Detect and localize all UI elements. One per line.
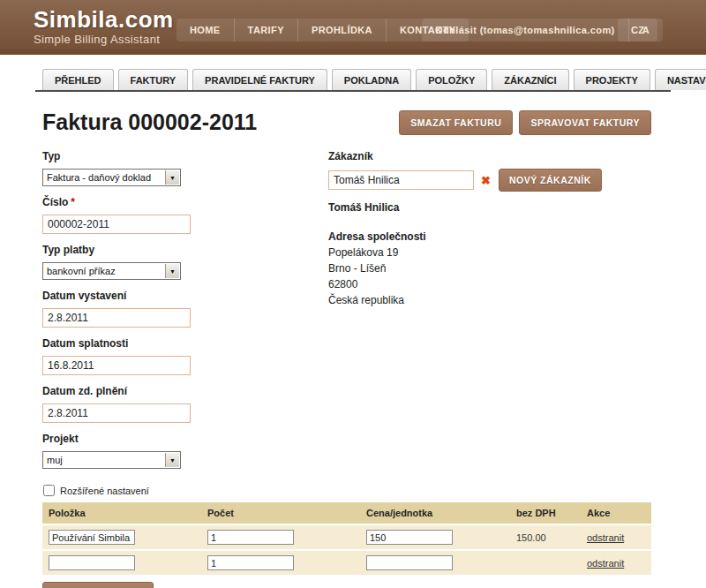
field-projekt: Projekt muj ▼ [42, 433, 328, 469]
tab-bar: PŘEHLED FAKTURY PRAVIDELNÉ FAKTURY POKLA… [35, 69, 671, 92]
language-switch: CZ [618, 19, 657, 41]
datum-vystaveni-label: Datum vystavení [42, 290, 328, 302]
cell-akce: odstranit [581, 550, 651, 575]
field-typ-platby: Typ platby bankovní příkaz ▼ [42, 244, 328, 280]
address-line: 62800 [328, 278, 651, 290]
tab-nastaveni[interactable]: NASTAVENÍ [655, 69, 706, 90]
title-row: Faktura 000002-2011 SMAZAT FAKTURU SPRAV… [42, 109, 651, 135]
cislo-input[interactable] [42, 215, 191, 234]
cislo-label: Číslo* [42, 196, 328, 208]
nav-home[interactable]: HOME [176, 19, 235, 41]
page-title: Faktura 000002-2011 [42, 109, 257, 135]
advanced-settings-row: Rozšířené nastavení [42, 485, 328, 496]
app-header: Simbila.com Simple Billing Assistant HOM… [0, 0, 706, 55]
zakaznik-label: Zákazník [328, 150, 651, 162]
field-cislo: Číslo* [42, 196, 328, 234]
field-typ: Typ Faktura - daňový doklad ▼ [42, 150, 328, 186]
advanced-settings-checkbox[interactable] [43, 485, 55, 496]
nav-tarify[interactable]: TARIFY [235, 19, 298, 41]
logout-link[interactable]: Odhlásit (tomas@tomashnilica.com) [422, 19, 629, 41]
logo-title: Simbila.com [34, 7, 174, 32]
cell-bez-dph [510, 550, 581, 575]
table-header-row: Položka Počet Cena/jednotka bez DPH Akce [42, 502, 651, 524]
tab-pokladna[interactable]: POKLADNA [332, 69, 411, 90]
datum-splatnosti-input[interactable] [42, 356, 191, 375]
tab-projekty[interactable]: PROJEKTY [574, 69, 650, 90]
item-quantity-input[interactable] [207, 555, 294, 570]
cislo-label-text: Číslo [42, 196, 68, 208]
cell-pocet [201, 550, 360, 575]
logo-subtitle: Simple Billing Assistant [34, 33, 174, 46]
header-akce: Akce [581, 502, 651, 524]
invoice-fields-column: Typ Faktura - daňový doklad ▼ Číslo* Typ… [42, 140, 328, 496]
item-price-input[interactable] [366, 530, 453, 545]
logo[interactable]: Simbila.com Simple Billing Assistant [34, 7, 174, 46]
tab-faktury[interactable]: FAKTURY [118, 69, 189, 90]
nav-prohlidka[interactable]: PROHLÍDKA [298, 19, 387, 41]
field-datum-splatnosti: Datum splatnosti [42, 337, 328, 375]
delete-invoice-button[interactable]: SMAZAT FAKTURU [399, 110, 513, 135]
cell-bez-dph: 150.00 [510, 524, 581, 550]
address-line: Brno - Líšeň [328, 262, 651, 275]
cell-polozka [42, 550, 201, 575]
typ-platby-select-value: bankovní příkaz [47, 266, 116, 276]
lang-cz-button[interactable]: CZ [618, 19, 657, 41]
datum-zd-plneni-label: Datum zd. plnění [42, 385, 328, 397]
remove-item-link[interactable]: odstranit [587, 532, 624, 543]
cell-cena [360, 524, 510, 550]
chevron-down-icon: ▼ [165, 453, 179, 467]
datum-zd-plneni-input[interactable] [42, 403, 191, 423]
typ-select-value: Faktura - daňový doklad [47, 172, 151, 183]
projekt-select-value: muj [47, 455, 63, 465]
cell-polozka [42, 524, 201, 550]
manage-invoices-button[interactable]: SPRAVOVAT FAKTURY [519, 110, 651, 135]
chevron-down-icon: ▼ [165, 170, 179, 185]
cell-akce: odstranit [581, 524, 651, 550]
item-name-input[interactable] [49, 555, 135, 570]
customer-row: ✖ NOVÝ ZÁKAZNÍK [328, 169, 651, 192]
header-polozka: Položka [42, 502, 201, 524]
field-datum-zd-plneni: Datum zd. plnění [42, 385, 328, 423]
item-price-input[interactable] [366, 555, 453, 570]
advanced-settings-label: Rozšířené nastavení [60, 486, 149, 496]
item-quantity-input[interactable] [207, 530, 294, 545]
add-item-button[interactable]: PŘIDAT POLOŽKU [42, 582, 154, 588]
table-actions: PŘIDAT POLOŽKU Zaoukrouhlení: 0.00 Celke… [42, 582, 651, 588]
item-name-input[interactable] [49, 530, 135, 545]
datum-vystaveni-input[interactable] [42, 308, 191, 328]
tab-zakaznici[interactable]: ZÁKAZNÍCI [492, 69, 568, 90]
address-line: Popelákova 19 [328, 246, 651, 259]
cell-cena [360, 550, 510, 575]
projekt-select[interactable]: muj ▼ [42, 451, 181, 469]
typ-select[interactable]: Faktura - daňový doklad ▼ [42, 169, 181, 186]
tab-pravidelne-faktury[interactable]: PRAVIDELNÉ FAKTURY [192, 69, 327, 90]
datum-splatnosti-label: Datum splatnosti [42, 337, 328, 350]
tab-prehled[interactable]: PŘEHLED [42, 69, 114, 90]
header-cena-jednotka: Cena/jednotka [360, 502, 510, 524]
table-row: 150.00 odstranit [42, 524, 651, 550]
invoice-page: Faktura 000002-2011 SMAZAT FAKTURU SPRAV… [42, 109, 651, 588]
chevron-down-icon: ▼ [165, 264, 179, 278]
title-buttons: SMAZAT FAKTURU SPRAVOVAT FAKTURY [399, 110, 651, 135]
invoice-form: Typ Faktura - daňový doklad ▼ Číslo* Typ… [42, 140, 651, 496]
field-zakaznik: Zákazník ✖ NOVÝ ZÁKAZNÍK [328, 150, 651, 192]
header-bez-dph: bez DPH [510, 502, 581, 524]
zakaznik-input[interactable] [328, 170, 474, 190]
field-datum-vystaveni: Datum vystavení [42, 290, 328, 328]
typ-platby-select[interactable]: bankovní příkaz ▼ [42, 262, 181, 280]
projekt-label: Projekt [42, 433, 328, 445]
cell-pocet [201, 524, 360, 550]
typ-label: Typ [42, 150, 328, 162]
header-pocet: Počet [201, 502, 360, 524]
new-customer-button[interactable]: NOVÝ ZÁKAZNÍK [499, 169, 602, 192]
address-line: Česká republika [328, 294, 651, 306]
remove-item-link[interactable]: odstranit [587, 558, 624, 569]
typ-platby-label: Typ platby [42, 244, 328, 256]
table-row: odstranit [42, 550, 651, 575]
customer-name: Tomáš Hnilica [328, 201, 651, 214]
remove-customer-icon[interactable]: ✖ [481, 174, 491, 187]
customer-column: Zákazník ✖ NOVÝ ZÁKAZNÍK Tomáš Hnilica A… [328, 140, 651, 496]
tab-polozky[interactable]: POLOŽKY [416, 69, 487, 90]
invoice-items-table: Položka Počet Cena/jednotka bez DPH Akce… [42, 502, 651, 575]
company-address-title: Adresa společnosti [328, 230, 651, 243]
